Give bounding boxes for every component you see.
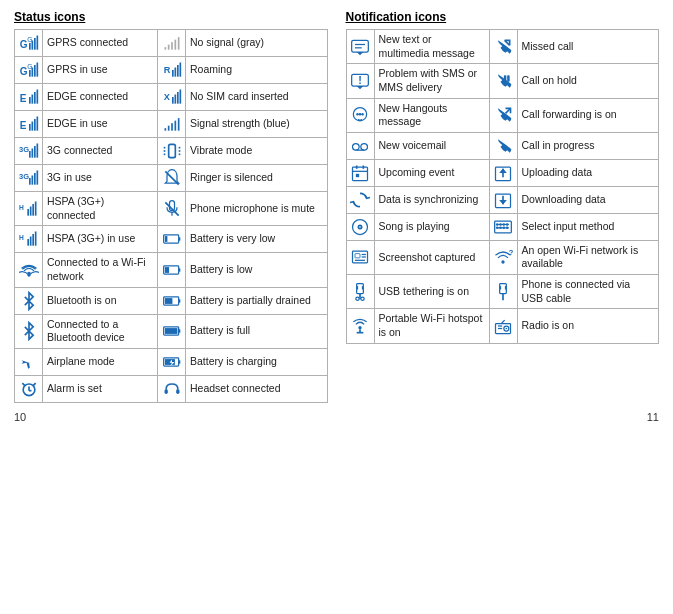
status-icon-7-left: H	[15, 226, 43, 253]
page-numbers: 10 11	[14, 411, 659, 423]
page-right: 11	[647, 411, 659, 423]
status-label-8-left: Connected to a Wi-Fi network	[43, 253, 158, 287]
svg-rect-70	[29, 237, 31, 246]
status-label-3-right: Signal strength (blue)	[186, 111, 328, 138]
status-icon-1-right: R	[158, 57, 186, 84]
notif-label-9-left: Portable Wi-Fi hotspot is on	[374, 309, 489, 343]
status-icon-3-right	[158, 111, 186, 138]
notif-label-5-left: Data is synchronizing	[374, 186, 489, 213]
notif-label-3-left: New voicemail	[374, 132, 489, 159]
status-icon-3-left: E	[15, 111, 43, 138]
svg-rect-46	[36, 144, 38, 158]
svg-rect-13	[29, 70, 31, 77]
table-row: 3G 3G in use Ringer is silenced	[15, 165, 328, 192]
svg-point-153	[361, 297, 364, 300]
svg-point-113	[361, 143, 368, 150]
svg-point-126	[359, 226, 361, 228]
notif-label-8-right: Phone is connected via USB cable	[517, 275, 659, 309]
notif-icon-6-right	[489, 213, 517, 240]
svg-rect-23	[29, 97, 31, 104]
status-icon-7-right	[158, 226, 186, 253]
svg-rect-36	[36, 117, 38, 131]
svg-point-152	[356, 297, 359, 300]
svg-rect-105	[504, 75, 507, 82]
status-label-2-right: No SIM card inserted	[186, 84, 328, 111]
notif-icon-4-right	[489, 159, 517, 186]
status-icon-12-right	[158, 375, 186, 402]
svg-rect-45	[34, 146, 36, 158]
svg-rect-96	[176, 389, 179, 394]
svg-rect-44	[31, 149, 33, 158]
svg-rect-30	[177, 92, 179, 104]
status-icon-6-left: H	[15, 192, 43, 226]
svg-rect-37	[164, 128, 166, 131]
svg-rect-38	[167, 126, 169, 131]
svg-rect-74	[178, 238, 180, 241]
status-label-0-left: GPRS connected	[43, 30, 158, 57]
notif-icon-3-left	[346, 132, 374, 159]
svg-rect-35	[34, 119, 36, 131]
notif-label-1-left: Problem with SMS or MMS delivery	[374, 64, 489, 98]
table-row: New text or multimedia message Missed ca…	[346, 30, 659, 64]
svg-rect-61	[27, 209, 29, 216]
status-label-10-left: Connected to a Bluetooth device	[43, 314, 158, 348]
notif-icon-1-right	[489, 64, 517, 98]
notification-icons-title: Notification icons	[346, 10, 660, 24]
svg-rect-79	[164, 267, 168, 273]
notif-icon-5-right	[489, 186, 517, 213]
svg-text:E: E	[19, 120, 26, 131]
table-row: Airplane mode Battery is charging	[15, 348, 328, 375]
status-icon-4-right	[158, 138, 186, 165]
status-icon-8-right	[158, 253, 186, 287]
status-label-3-left: EDGE in use	[43, 111, 158, 138]
svg-rect-25	[34, 92, 36, 104]
svg-point-148	[501, 261, 504, 264]
svg-rect-15	[34, 65, 36, 77]
svg-text:!: !	[358, 73, 362, 85]
notif-label-9-right: Radio is on	[517, 309, 659, 343]
table-row: Song is playing Select input method	[346, 213, 659, 240]
svg-rect-72	[34, 232, 36, 246]
status-icons-section: Status icons GG GPRS connected No signal…	[14, 10, 328, 403]
status-icon-11-right	[158, 348, 186, 375]
notif-label-4-right: Uploading data	[517, 159, 659, 186]
svg-rect-8	[171, 42, 173, 49]
status-label-1-left: GPRS in use	[43, 57, 158, 84]
svg-rect-85	[164, 328, 177, 334]
svg-marker-100	[357, 52, 364, 55]
status-icons-table: GG GPRS connected No signal (gray) GG GP…	[14, 29, 328, 403]
svg-rect-47	[168, 144, 175, 157]
notif-icon-9-right	[489, 309, 517, 343]
svg-rect-3	[31, 41, 33, 50]
status-icon-10-right	[158, 314, 186, 348]
status-icons-title: Status icons	[14, 10, 328, 24]
notif-label-2-left: New Hangouts message	[374, 98, 489, 132]
notif-icon-4-left	[346, 159, 374, 186]
status-label-5-right: Ringer is silenced	[186, 165, 328, 192]
svg-point-110	[361, 113, 364, 116]
status-icon-6-right	[158, 192, 186, 226]
svg-rect-4	[34, 38, 36, 50]
status-icon-9-right	[158, 287, 186, 314]
notification-icons-table: New text or multimedia message Missed ca…	[346, 29, 660, 344]
svg-text:R: R	[163, 65, 170, 75]
status-label-8-right: Battery is low	[186, 253, 328, 287]
svg-point-165	[506, 328, 508, 330]
status-icon-2-left: E	[15, 84, 43, 111]
table-row: E EDGE connected X No SIM card inserted	[15, 84, 328, 111]
notif-label-1-right: Call on hold	[517, 64, 659, 98]
svg-rect-5	[36, 36, 38, 50]
svg-rect-106	[507, 75, 510, 82]
svg-rect-57	[34, 173, 36, 185]
table-row: ! Problem with SMS or MMS delivery Call …	[346, 64, 659, 98]
svg-point-137	[503, 223, 506, 226]
svg-rect-75	[164, 236, 167, 242]
status-label-12-right: Headset connected	[186, 375, 328, 402]
svg-rect-40	[174, 121, 176, 131]
svg-rect-9	[174, 40, 176, 50]
notif-label-5-right: Downloading data	[517, 186, 659, 213]
status-icon-4-left: 3G	[15, 138, 43, 165]
svg-rect-26	[36, 90, 38, 104]
notif-icon-8-left	[346, 275, 374, 309]
svg-rect-28	[172, 97, 174, 104]
